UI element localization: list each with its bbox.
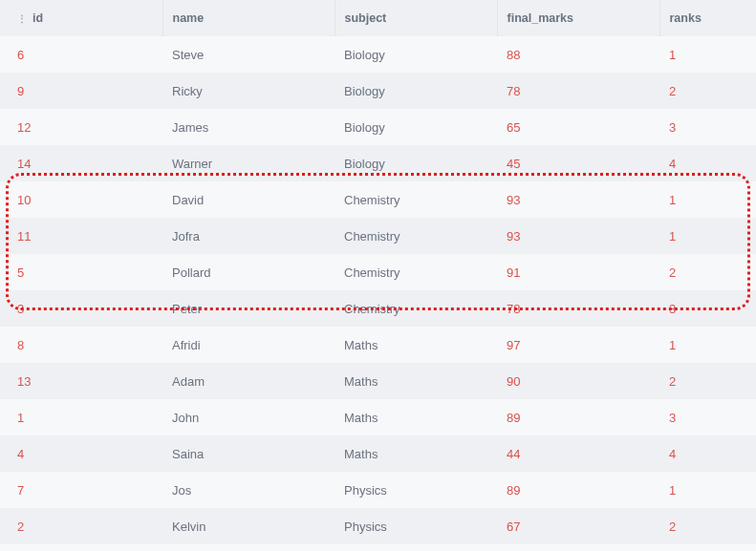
cell-id: 1 [0, 399, 162, 435]
table-row: 2KelvinPhysics672 [0, 508, 756, 544]
cell-ranks: 3 [659, 109, 756, 145]
cell-ranks: 2 [659, 73, 756, 109]
cell-ranks: 2 [659, 508, 756, 544]
col-label: name [173, 11, 205, 25]
cell-id: 5 [0, 254, 162, 290]
cell-id: 6 [0, 36, 162, 73]
cell-final-marks: 67 [497, 508, 659, 544]
cell-final-marks: 78 [497, 73, 659, 109]
table-row: 3PeterChemistry783 [0, 290, 756, 327]
table-row: 5PollardChemistry912 [0, 254, 756, 290]
cell-final-marks: 56 [497, 544, 659, 551]
cell-id: 7 [0, 472, 162, 508]
cell-ranks: 1 [659, 327, 756, 363]
cell-ranks: 2 [659, 254, 756, 290]
table-row: 14WarnerBiology454 [0, 145, 756, 181]
table-row: 10DavidChemistry931 [0, 181, 756, 218]
cell-subject: Maths [335, 399, 497, 435]
cell-name: James [162, 109, 335, 145]
cell-name: Jos [162, 472, 335, 508]
cell-name: David [162, 181, 335, 218]
col-label: subject [345, 11, 387, 25]
cell-subject: Chemistry [335, 290, 497, 327]
cell-final-marks: 89 [497, 399, 659, 435]
cell-name: Kelvin [162, 508, 335, 544]
cell-ranks: 1 [659, 181, 756, 218]
cell-id: 4 [0, 435, 162, 472]
cell-subject: Physics [335, 544, 497, 551]
col-header-subject[interactable]: subject [335, 0, 497, 36]
col-header-final-marks[interactable]: final_marks [497, 0, 659, 36]
cell-subject: Maths [335, 435, 497, 472]
cell-subject: Maths [335, 327, 497, 363]
cell-id: 9 [0, 73, 162, 109]
cell-subject: Biology [335, 145, 497, 181]
cell-ranks: 4 [659, 145, 756, 181]
cell-final-marks: 88 [497, 36, 659, 73]
cell-name: John [162, 399, 335, 435]
cell-ranks: 1 [659, 36, 756, 73]
cell-ranks: 1 [659, 472, 756, 508]
sort-icon: ⋮ [17, 15, 27, 23]
cell-subject: Physics [335, 508, 497, 544]
cell-ranks: 1 [659, 218, 756, 254]
cell-subject: Maths [335, 363, 497, 399]
cell-final-marks: 90 [497, 363, 659, 399]
cell-id: 15 [0, 544, 162, 551]
cell-id: 3 [0, 290, 162, 327]
cell-name: Virat [162, 544, 335, 551]
table-row: 11JofraChemistry931 [0, 218, 756, 254]
col-label: final_marks [508, 11, 573, 25]
table-row: 9RickyBiology782 [0, 73, 756, 109]
cell-final-marks: 93 [497, 218, 659, 254]
cell-ranks: 4 [659, 435, 756, 472]
cell-name: Afridi [162, 327, 335, 363]
cell-ranks: 3 [659, 399, 756, 435]
cell-id: 11 [0, 218, 162, 254]
cell-ranks: 3 [659, 290, 756, 327]
cell-ranks: 2 [659, 363, 756, 399]
col-header-id[interactable]: ⋮id [0, 0, 162, 36]
cell-name: Saina [162, 435, 335, 472]
cell-final-marks: 78 [497, 290, 659, 327]
cell-subject: Chemistry [335, 181, 497, 218]
cell-name: Pollard [162, 254, 335, 290]
cell-final-marks: 97 [497, 327, 659, 363]
cell-name: Warner [162, 145, 335, 181]
cell-id: 8 [0, 327, 162, 363]
col-header-ranks[interactable]: ranks [659, 0, 756, 36]
cell-name: Ricky [162, 73, 335, 109]
cell-ranks: 3 [659, 544, 756, 551]
table-row: 7JosPhysics891 [0, 472, 756, 508]
cell-subject: Physics [335, 472, 497, 508]
table-row: 4SainaMaths444 [0, 435, 756, 472]
cell-subject: Chemistry [335, 218, 497, 254]
cell-name: Adam [162, 363, 335, 399]
cell-id: 2 [0, 508, 162, 544]
cell-final-marks: 65 [497, 109, 659, 145]
cell-subject: Biology [335, 36, 497, 73]
table-row: 12JamesBiology653 [0, 109, 756, 145]
col-label: id [32, 11, 43, 25]
cell-final-marks: 44 [497, 435, 659, 472]
table-row: 15ViratPhysics563 [0, 544, 756, 551]
header-row: ⋮id name subject final_marks ranks [0, 0, 756, 36]
cell-id: 12 [0, 109, 162, 145]
cell-id: 14 [0, 145, 162, 181]
table-body: 6SteveBiology8819RickyBiology78212JamesB… [0, 36, 756, 551]
cell-final-marks: 91 [497, 254, 659, 290]
table-row: 6SteveBiology881 [0, 36, 756, 73]
table-row: 1JohnMaths893 [0, 399, 756, 435]
cell-subject: Chemistry [335, 254, 497, 290]
col-header-name[interactable]: name [162, 0, 335, 36]
table-row: 13AdamMaths902 [0, 363, 756, 399]
cell-final-marks: 89 [497, 472, 659, 508]
cell-id: 10 [0, 181, 162, 218]
cell-name: Peter [162, 290, 335, 327]
cell-final-marks: 45 [497, 145, 659, 181]
table-header: ⋮id name subject final_marks ranks [0, 0, 756, 36]
cell-name: Steve [162, 36, 335, 73]
cell-final-marks: 93 [497, 181, 659, 218]
cell-id: 13 [0, 363, 162, 399]
data-table: ⋮id name subject final_marks ranks 6Stev… [0, 0, 756, 551]
